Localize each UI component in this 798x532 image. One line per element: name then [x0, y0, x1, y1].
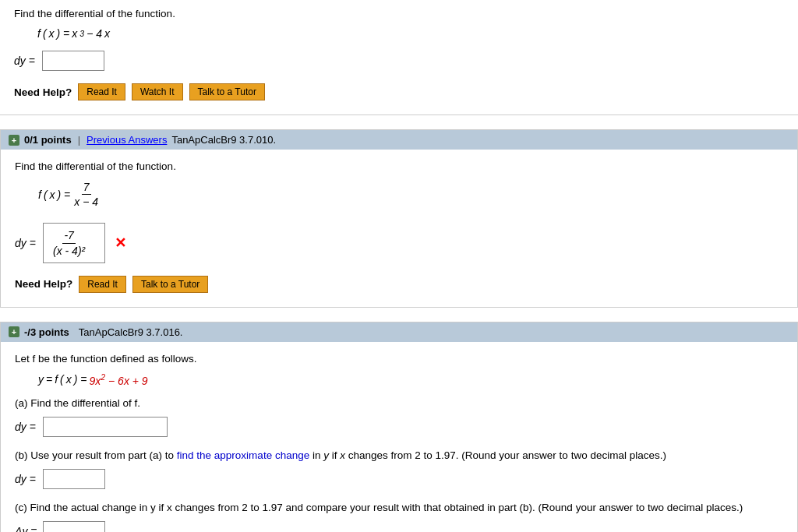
section3-dy-label-b: dy =	[15, 473, 37, 485]
section2-problem-text: Find the differential of the function.	[15, 160, 783, 172]
section2-answer-box: -7 (x - 4)²	[43, 223, 105, 262]
section3-plus-icon: +	[9, 326, 19, 337]
section2-need-help-label: Need Help?	[15, 278, 72, 290]
section2-body: Find the differential of the function. f…	[1, 150, 797, 307]
top-dy-label: dy =	[14, 55, 36, 67]
section3-part-b-answer-row: dy =	[15, 469, 783, 489]
top-dy-input[interactable]	[42, 51, 104, 71]
section3-points: -/3 points	[24, 326, 69, 338]
section3-header: + -/3 points TanApCalcBr9 3.7.016.	[1, 322, 797, 342]
section3-function-display: y = f(x) = 9x2 − 6x + 9	[38, 372, 783, 387]
section3-part-a-label: (a) Find the differential of f.	[15, 397, 783, 409]
top-talk-tutor-button[interactable]: Talk to a Tutor	[189, 83, 265, 100]
section2-read-it-button[interactable]: Read It	[79, 276, 126, 293]
section3-dy-input-b[interactable]	[43, 469, 105, 489]
section3-part-a-answer-row: dy =	[15, 417, 783, 437]
section2-function-display: f (x) = 7 x − 4	[38, 180, 783, 209]
section2-separator: |	[78, 134, 80, 146]
top-function-display: f(x) = x3 − 4x	[37, 27, 784, 40]
section3-problem-id: TanApCalcBr9 3.7.016.	[79, 326, 183, 338]
section3-part-c-label: (c) Find the actual change in y if x cha…	[15, 502, 783, 513]
top-read-it-button[interactable]: Read It	[78, 83, 125, 100]
section3-part-b-label: (b) Use your result from part (a) to fin…	[15, 449, 783, 461]
section3-dy-input-a[interactable]	[43, 417, 168, 437]
section3-dy-input-c[interactable]	[43, 521, 105, 532]
section2-answer-numer: -7	[62, 228, 75, 243]
section2-answer-row: dy = -7 (x - 4)² ✕	[15, 223, 783, 262]
top-answer-row: dy =	[14, 51, 784, 71]
section2-prev-answers-link[interactable]: Previous Answers	[87, 134, 167, 146]
top-problem-statement: Find the differential of the function.	[14, 8, 784, 19]
section2: + 0/1 points | Previous Answers TanApCal…	[0, 129, 798, 308]
top-watch-it-button[interactable]: Watch It	[132, 83, 183, 100]
section2-dy-label: dy =	[15, 237, 37, 249]
section2-plus-icon: +	[9, 135, 19, 146]
section2-points: 0/1 points	[24, 134, 72, 146]
section3-body: Let f be the function defined as follows…	[1, 342, 797, 532]
section3-dy-label-a: dy =	[15, 421, 37, 433]
section2-talk-tutor-button[interactable]: Talk to a Tutor	[132, 276, 208, 293]
section2-need-help-row: Need Help? Read It Talk to a Tutor	[15, 276, 783, 293]
section2-header: + 0/1 points | Previous Answers TanApCal…	[1, 130, 797, 150]
section3-part-c-answer-row: Δy =	[15, 521, 783, 532]
section3-problem-text: Let f be the function defined as follows…	[15, 353, 783, 365]
section2-answer-denom: (x - 4)²	[51, 244, 87, 258]
section2-wrong-icon: ✕	[115, 234, 126, 252]
top-need-help-row: Need Help? Read It Watch It Talk to a Tu…	[14, 83, 784, 100]
section3-dy-label-c: Δy =	[15, 525, 37, 532]
top-need-help-label: Need Help?	[14, 86, 72, 98]
section3: + -/3 points TanApCalcBr9 3.7.016. Let f…	[0, 322, 798, 532]
section2-problem-id: TanApCalcBr9 3.7.010.	[171, 134, 276, 146]
